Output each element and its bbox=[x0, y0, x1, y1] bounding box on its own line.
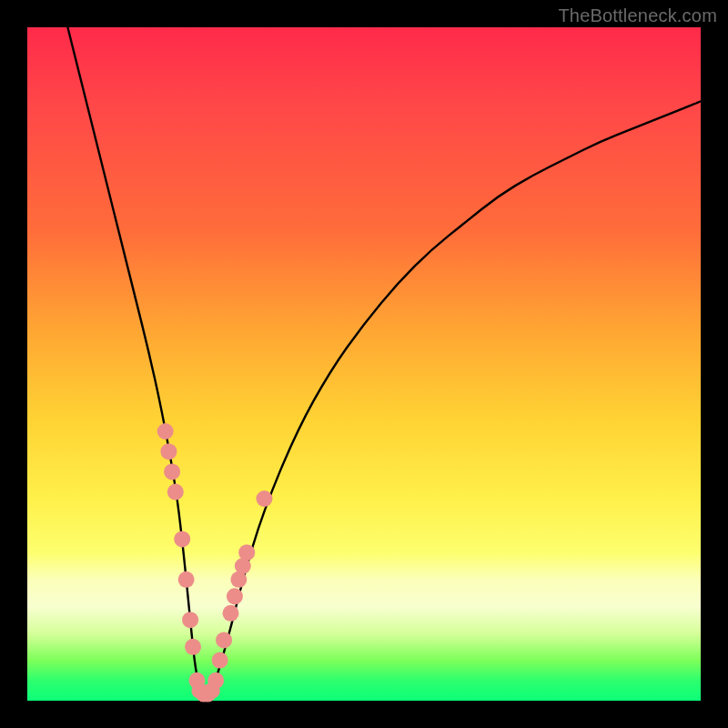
marker-dot bbox=[212, 652, 228, 669]
chart-frame: TheBottleneck.com bbox=[0, 0, 728, 728]
watermark-text: TheBottleneck.com bbox=[558, 5, 717, 26]
marker-dot bbox=[182, 612, 198, 628]
marker-dot bbox=[185, 639, 201, 655]
marker-dot bbox=[216, 632, 232, 648]
marker-dot bbox=[178, 571, 195, 588]
chart-svg bbox=[27, 27, 701, 701]
marker-dot bbox=[157, 423, 174, 440]
marker-dot bbox=[164, 463, 180, 480]
marker-dot bbox=[174, 531, 190, 547]
marker-dot bbox=[256, 490, 272, 507]
marker-dot bbox=[167, 484, 184, 500]
highlighted-markers bbox=[157, 423, 273, 703]
marker-dot bbox=[207, 672, 224, 689]
bottleneck-curve bbox=[67, 27, 701, 694]
marker-dot bbox=[160, 443, 177, 460]
marker-dot bbox=[222, 605, 238, 622]
marker-dot bbox=[238, 544, 255, 561]
marker-dot bbox=[227, 588, 243, 604]
plot-area bbox=[27, 27, 701, 701]
